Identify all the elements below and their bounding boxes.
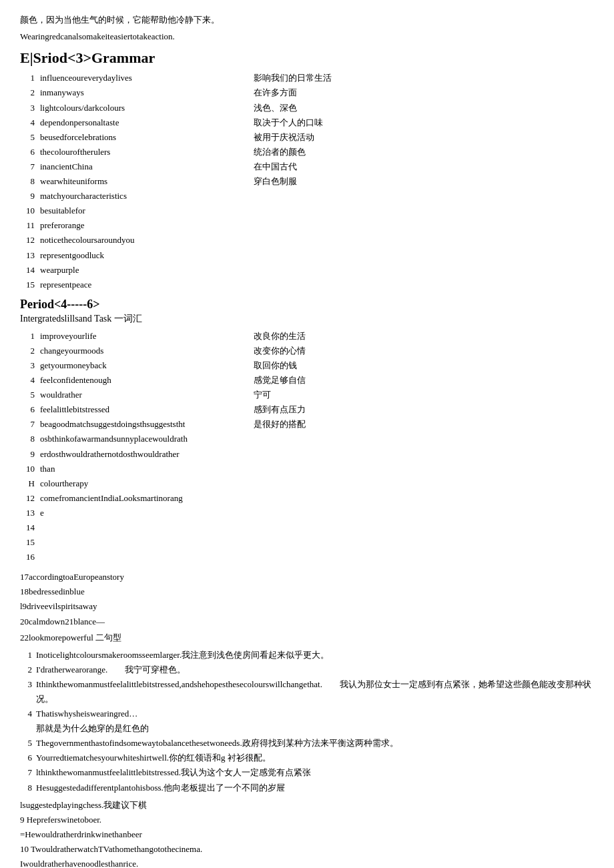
- item-zh: [227, 278, 594, 292]
- item-num: 5: [20, 130, 40, 145]
- list-item: 14: [20, 520, 594, 535]
- item-en: representgoodluck: [40, 248, 227, 263]
- item-en: getyourmoneyback: [40, 358, 227, 373]
- item-zh: 被用于庆祝活动: [227, 130, 594, 145]
- item-zh: 感觉足够自信: [227, 373, 594, 388]
- item-num: 3: [20, 358, 40, 373]
- section2-list: 1improveyourlife改良你的生活2changeyourmoods改变…: [20, 329, 594, 565]
- list-item: 7beagoodmatchsuggestdoingsthsuggeststht是…: [20, 417, 594, 432]
- period-header: Period<4-----6>: [20, 298, 594, 312]
- item-num: 1: [20, 71, 40, 85]
- item-zh: [227, 550, 594, 564]
- list-item: 2changeyourmoods改变你的心情: [20, 344, 594, 358]
- item-zh: [227, 203, 594, 218]
- item-en: thecolouroftherulers: [40, 145, 227, 159]
- item-num: 8: [20, 174, 40, 189]
- item-en: erdosthwouldrathernotdosthwouldrather: [40, 447, 227, 462]
- list-item: 12comefromancientIndiaLooksmartinorang: [20, 491, 594, 506]
- sentence-row: 1Inoticelightcoloursmakeroomsseemlarger.…: [20, 648, 594, 663]
- item-num: 15: [20, 278, 40, 292]
- extra-line: 10 TwouldratherwatchTVathomethangotothec…: [20, 842, 594, 857]
- list-item: 7inancientChina在中国古代: [20, 159, 594, 174]
- item-num: 10: [20, 462, 40, 476]
- item-en: lightcolours/darkcolours: [40, 101, 227, 115]
- item-zh: 影响我们的日常生活: [227, 71, 594, 85]
- item-num: 1: [20, 329, 40, 344]
- sentence-num: 8: [20, 781, 36, 795]
- sentence-row: 8Hesuggestedadifferentplantohisboss.他向老板…: [20, 781, 594, 795]
- sentence-content: Hesuggestedadifferentplantohisboss.他向老板提…: [36, 781, 594, 795]
- item-en: feelconfidentenough: [40, 373, 227, 388]
- sentence-row: 5Thegovernmenthastofindsomewaytobalancet…: [20, 736, 594, 751]
- sentence-content: lthinkthewomanmustfeelalittlebitstressed…: [36, 765, 594, 780]
- sentence-row: 4Thatiswhysheiswearingred… 那就是为什么她穿的是红色的: [20, 707, 594, 736]
- item-zh: 宁可: [227, 388, 594, 402]
- item-en: beagoodmatchsuggestdoingsthsuggeststht: [40, 417, 227, 432]
- item-num: 3: [20, 101, 40, 115]
- item-en: matchyourcharacteristics: [40, 189, 227, 203]
- item-zh: 穿白色制服: [227, 174, 594, 189]
- list-item: 4dependonpersonaltaste取决于个人的口味: [20, 115, 594, 130]
- list-item: 1improveyourlife改良你的生活: [20, 329, 594, 344]
- item-zh: [227, 233, 594, 248]
- item-zh: 取回你的钱: [227, 358, 594, 373]
- sentence-num: 4: [20, 707, 36, 721]
- continuation-line: 17accordingtoaEuropeanstory: [20, 570, 594, 584]
- list-item: 8osbthinkofawarmandsunnyplacewouldrath: [20, 432, 594, 446]
- item-en: besuitablefor: [40, 203, 227, 218]
- list-item: 3getyourmoneyback取回你的钱: [20, 358, 594, 373]
- item-zh: [227, 520, 594, 535]
- list-item: 8wearwhiteuniforms穿白色制服: [20, 174, 594, 189]
- sentence-content: I'dratherwearorange. 我宁可穿橙色。: [36, 663, 594, 677]
- item-zh: 在中国古代: [227, 159, 594, 174]
- item-num: 9: [20, 189, 40, 203]
- extra-lines-block: lsuggestedplayingchess.我建议下棋9 Heprefersw…: [20, 798, 594, 868]
- item-num: 16: [20, 550, 40, 564]
- item-num: 8: [20, 432, 40, 446]
- item-zh: [227, 506, 594, 520]
- extra-line: 9 Hepreferswinetoboer.: [20, 813, 594, 827]
- item-en: changeyourmoods: [40, 344, 227, 358]
- list-item: Hcolourtherapy: [20, 476, 594, 491]
- item-zh: 感到有点压力: [227, 402, 594, 417]
- list-item: 15representpeace: [20, 278, 594, 292]
- sentence-num: 2: [20, 663, 36, 677]
- item-num: H: [20, 476, 40, 491]
- section1-list: 1influenceoureverydaylives影响我们的日常生活2inma…: [20, 71, 594, 292]
- section1-title: Sriod<3>Grammar: [33, 49, 156, 66]
- item-num: 2: [20, 85, 40, 100]
- continuation-line: l9driveevilspiritsaway: [20, 599, 594, 614]
- item-en: than: [40, 462, 227, 476]
- sentence-content: Yourredtiematchesyourwhiteshirtwell.你的红领…: [36, 751, 594, 765]
- sentence-content: Thatiswhysheiswearingred… 那就是为什么她穿的是红色的: [36, 707, 594, 736]
- sentence-row: 2I'dratherwearorange. 我宁可穿橙色。: [20, 663, 594, 677]
- list-item: 15: [20, 535, 594, 550]
- list-item: 10than: [20, 462, 594, 476]
- sentence-row: 3Ithinkthewomanmustfeelalittlebitstresse…: [20, 677, 594, 707]
- item-num: 13: [20, 506, 40, 520]
- lookmore-label: 22lookmorepowerful 二句型: [20, 632, 594, 644]
- sentence-row: 7lthinkthewomanmustfeelalittlebitstresse…: [20, 765, 594, 780]
- item-num: 2: [20, 344, 40, 358]
- item-zh: [227, 218, 594, 233]
- list-item: 13e: [20, 506, 594, 520]
- item-en: wearwhiteuniforms: [40, 174, 227, 189]
- item-en: [40, 535, 227, 550]
- item-en: colourtherapy: [40, 476, 227, 491]
- list-item: 10besuitablefor: [20, 203, 594, 218]
- item-num: 12: [20, 491, 40, 506]
- item-en: [40, 550, 227, 564]
- sentence-list: 1Inoticelightcoloursmakeroomsseemlarger.…: [20, 648, 594, 795]
- item-num: 13: [20, 248, 40, 263]
- item-en: dependonpersonaltaste: [40, 115, 227, 130]
- item-num: 15: [20, 535, 40, 550]
- intro-line1: 颜色，因为当他生气的时候，它能帮助他冷静下来。: [20, 13, 594, 27]
- item-en: e: [40, 506, 227, 520]
- section1-header: E|Sriod<3>Grammar: [20, 48, 594, 69]
- sentence-content: Thegovernmenthastofindsomewaytobalanceth…: [36, 736, 594, 751]
- item-num: 7: [20, 159, 40, 174]
- list-item: 13representgoodluck: [20, 248, 594, 263]
- item-num: 9: [20, 447, 40, 462]
- item-zh: 取决于个人的口味: [227, 115, 594, 130]
- item-zh: [227, 447, 594, 462]
